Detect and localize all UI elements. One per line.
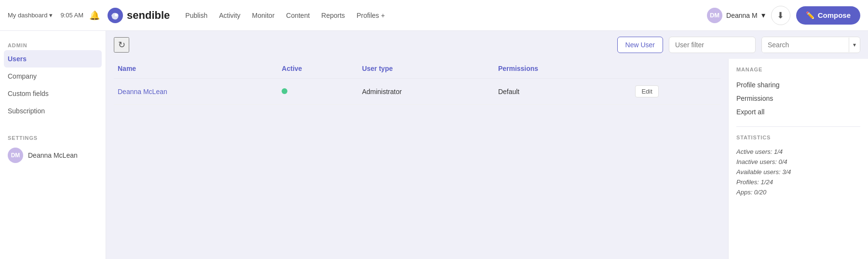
export-all-link[interactable]: Export all [736,105,860,119]
sidebar-user-avatar: DM [8,148,23,163]
user-menu[interactable]: DM Deanna M ▾ [707,8,765,23]
col-active: Active [278,59,358,79]
col-permissions: Permissions [494,59,632,79]
sidebar-item-company[interactable]: Company [0,68,106,85]
sidebar-custom-fields-label: Custom fields [8,90,49,97]
topbar-left: My dashboard ▾ 9:05 AM 🔔 [8,10,100,21]
table-body: Deanna McLean Administrator Default Edit [114,79,720,105]
nav-item-publish[interactable]: Publish [185,12,207,19]
sidebar-users-label: Users [8,55,27,63]
sidebar-company-label: Company [8,72,37,80]
avatar: DM [707,8,722,23]
time-display: 9:05 AM [60,12,83,19]
stat-active-users: Active users: 1/4 [736,148,860,155]
pencil-icon: ✏️ [806,11,815,20]
sidebar-item-users[interactable]: Users [4,50,102,68]
profile-sharing-link[interactable]: Profile sharing [736,78,860,92]
admin-section-label: ADMIN [0,39,106,50]
logo-text: sendible [127,9,170,22]
col-name: Name [114,59,278,79]
users-table: Name Active User type Permissions Deanna… [114,59,720,105]
stat-inactive-users: Inactive users: 0/4 [736,158,860,165]
main-layout: ADMIN Users Company Custom fields Subscr… [0,31,868,259]
nav-item-profiles[interactable]: Profiles + [356,12,385,19]
permissions-link[interactable]: Permissions [736,92,860,105]
user-name-cell: Deanna McLean [114,79,278,105]
sidebar-avatar-initials: DM [11,152,20,159]
table-row: Deanna McLean Administrator Default Edit [114,79,720,105]
sidebar-item-custom-fields[interactable]: Custom fields [0,85,106,102]
stat-apps: Apps: 0/20 [736,189,860,196]
dashboard-button[interactable]: My dashboard ▾ [8,12,53,19]
user-actions-cell: Edit [631,79,720,105]
nav-item-content[interactable]: Content [286,12,310,19]
notification-bell-icon[interactable]: 🔔 [89,10,100,21]
content-area: Name Active User type Permissions Deanna… [106,59,868,259]
manage-title: MANAGE [736,67,860,72]
user-name: Deanna M [726,12,758,19]
sidebar-item-subscription[interactable]: Subscription [0,102,106,120]
stat-available-users: Available users: 3/4 [736,168,860,176]
top-navigation: Publish Activity Monitor Content Reports… [185,12,385,19]
main-content: ↻ New User ▾ Name Active User type Pe [106,31,868,259]
user-filter-input[interactable] [669,37,756,53]
edit-button[interactable]: Edit [635,85,658,97]
download-button[interactable]: ⬇ [771,6,790,25]
content-toolbar: ↻ New User ▾ [106,31,868,59]
search-dropdown-button[interactable]: ▾ [849,38,860,52]
nav-item-reports[interactable]: Reports [321,12,345,19]
nav-item-activity[interactable]: Activity [219,12,240,19]
dashboard-label: My dashboard [8,12,47,19]
statistics-panel: Active users: 1/4 Inactive users: 0/4 Av… [736,148,860,196]
col-user-type: User type [358,59,494,79]
refresh-button[interactable]: ↻ [114,37,129,53]
avatar-initials: DM [710,12,719,19]
compose-label: Compose [818,11,851,19]
topbar: My dashboard ▾ 9:05 AM 🔔 sendible Publis… [0,0,868,31]
search-wrapper: ▾ [761,37,860,53]
search-input[interactable] [762,37,849,53]
user-type-cell: Administrator [358,79,494,105]
settings-section-label: SETTINGS [0,131,106,143]
user-chevron-icon: ▾ [761,11,765,20]
compose-button[interactable]: ✏️ Compose [796,6,860,25]
sidebar-user-name: Deanna McLean [28,151,78,159]
table-header: Name Active User type Permissions [114,59,720,79]
user-active-cell [278,79,358,105]
sidebar: ADMIN Users Company Custom fields Subscr… [0,31,106,259]
new-user-button[interactable]: New User [617,37,663,53]
topbar-right: DM Deanna M ▾ ⬇ ✏️ Compose [707,6,860,25]
svg-point-1 [115,14,118,16]
nav-item-monitor[interactable]: Monitor [252,12,275,19]
users-table-wrapper: Name Active User type Permissions Deanna… [106,59,728,259]
chevron-down-icon: ▾ [49,12,53,19]
sendible-logo-icon [108,8,123,23]
active-status-dot [282,88,287,94]
statistics-title: STATISTICS [736,135,860,140]
sidebar-subscription-label: Subscription [8,107,45,115]
stat-profiles: Profiles: 1/24 [736,178,860,186]
user-name-link[interactable]: Deanna McLean [118,88,167,95]
right-panel: MANAGE Profile sharing Permissions Expor… [728,59,868,259]
user-permissions-cell: Default [494,79,632,105]
divider [736,126,860,127]
sidebar-user[interactable]: DM Deanna McLean [0,143,106,168]
col-actions [631,59,720,79]
settings-section: SETTINGS DM Deanna McLean [0,131,106,168]
logo-area: sendible [108,8,170,23]
